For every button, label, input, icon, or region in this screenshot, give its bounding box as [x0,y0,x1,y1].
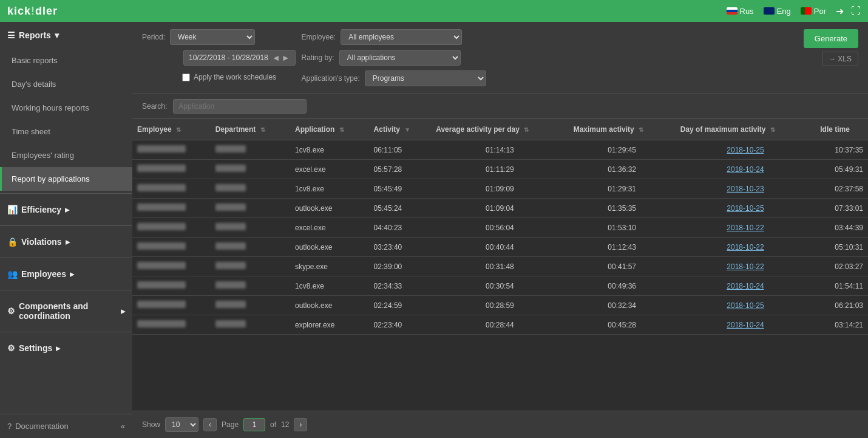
cell-day-max[interactable]: 2018-10-24 [676,315,816,335]
day-max-link[interactable]: 2018-10-22 [727,224,764,232]
cell-activity: 03:23:40 [369,238,432,257]
pagination-of: of [270,420,276,429]
xls-button[interactable]: → XLS [822,52,858,66]
cell-activity: 04:40:23 [369,218,432,238]
period-select[interactable]: Week [170,29,255,45]
prev-page-button[interactable]: ‹ [203,418,217,431]
cell-idle-time: 03:44:39 [815,218,868,238]
col-max-activity[interactable]: Maximum activity ⇅ [569,119,676,140]
sidebar-components-header[interactable]: ⚙ Components and coordination ▸ [0,293,132,329]
cell-application: excel.exe [290,218,369,238]
cell-day-max[interactable]: 2018-10-25 [676,296,816,315]
sidebar-item-working-hours[interactable]: Working hours reports [0,96,132,120]
cell-application: 1cv8.exe [290,179,369,199]
sort-avg-icon: ⇅ [524,126,529,133]
cell-application: outlook.exe [290,296,369,315]
pagination: Show 10 25 50 100 ‹ Page of 12 › [132,411,868,438]
sidebar-item-employees-rating[interactable]: Employees' rating [0,143,132,167]
sidebar-settings-header[interactable]: ⚙ Settings ▸ [0,335,132,361]
search-input[interactable] [173,99,307,114]
arrow-right-icon[interactable]: ➜ [836,5,844,17]
col-employee[interactable]: Employee ⇅ [132,119,211,140]
cell-day-max[interactable]: 2018-10-25 [676,140,816,160]
date-nav-arrows: ◄ ► [272,53,290,63]
day-max-link[interactable]: 2018-10-25 [727,146,764,154]
cell-employee [132,218,211,238]
cell-activity: 06:11:05 [369,140,432,160]
cell-max-activity: 00:41:57 [569,257,676,276]
cell-day-max[interactable]: 2018-10-25 [676,199,816,218]
sidebar-employees-header[interactable]: 👥 Employees ▸ [0,261,132,287]
day-max-link[interactable]: 2018-10-25 [727,204,764,213]
employee-select[interactable]: All employees [341,29,462,45]
violations-caret-icon: ▸ [66,237,70,247]
cell-application: 1cv8.exe [290,140,369,160]
rating-select[interactable]: All applications [339,50,461,66]
cell-day-max[interactable]: 2018-10-22 [676,257,816,276]
cell-avg-activity: 00:28:59 [431,296,568,315]
table-container: Employee ⇅ Department ⇅ Application ⇅ [132,119,868,411]
lang-pt[interactable]: Por [801,7,826,16]
settings-icon: ⚙ [7,343,15,353]
sidebar-documentation[interactable]: ? Documentation « [0,414,132,438]
main-content: Period: Week 10/22/2018 - 10/28/2018 ◄ ► [132,22,868,438]
day-max-link[interactable]: 2018-10-23 [727,185,764,193]
sort-activity-icon: ▼ [404,126,410,133]
day-max-link[interactable]: 2018-10-25 [727,301,764,310]
prev-date-icon[interactable]: ◄ [272,53,280,63]
next-page-button[interactable]: › [294,418,307,431]
sidebar-violations-header[interactable]: 🔒 Violations ▸ [0,228,132,255]
page-label: Page [222,420,239,429]
cell-application: outlook.exe [290,238,369,257]
sidebar-item-basic-reports[interactable]: Basic reports [0,49,132,72]
col-day-max[interactable]: Day of maximum activity ⇅ [676,119,816,140]
table-row: 1cv8.exe02:34:3300:30:5400:49:362018-10-… [132,276,868,296]
next-date-icon[interactable]: ► [282,53,290,63]
sidebar-item-time-sheet[interactable]: Time sheet [0,120,132,143]
apply-schedules-checkbox[interactable] [182,74,190,81]
sidebar-item-report-by-apps[interactable]: Report by applications [0,167,132,191]
sidebar-efficiency-header[interactable]: 📊 Efficiency ▸ [0,196,132,223]
day-max-link[interactable]: 2018-10-22 [727,262,764,271]
col-activity[interactable]: Activity ▼ [369,119,432,140]
cell-max-activity: 00:45:28 [569,315,676,335]
day-max-link[interactable]: 2018-10-24 [727,165,764,174]
search-bar: Search: [132,94,868,119]
col-idle-time[interactable]: Idle time [815,119,868,140]
cell-day-max[interactable]: 2018-10-22 [676,238,816,257]
day-max-link[interactable]: 2018-10-24 [727,282,764,290]
cell-idle-time: 05:49:31 [815,160,868,179]
settings-caret-icon: ▸ [56,343,60,353]
fullscreen-icon[interactable]: ⛶ [851,5,861,17]
col-avg-activity[interactable]: Average activity per day ⇅ [431,119,568,140]
cell-department [211,199,290,218]
day-max-link[interactable]: 2018-10-22 [727,243,764,252]
lang-ru[interactable]: Rus [727,7,754,16]
sidebar-item-days-details[interactable]: Day's details [0,72,132,96]
date-range-wrap: 10/22/2018 - 10/28/2018 ◄ ► [183,50,296,66]
date-range-row: 10/22/2018 - 10/28/2018 ◄ ► [142,50,296,66]
lang-pt-label: Por [814,7,826,16]
cell-idle-time: 03:14:21 [815,315,868,335]
cell-day-max[interactable]: 2018-10-22 [676,218,816,238]
generate-button[interactable]: Generate [804,29,858,48]
cell-employee [132,140,211,160]
cell-day-max[interactable]: 2018-10-23 [676,179,816,199]
cell-day-max[interactable]: 2018-10-24 [676,276,816,296]
period-label: Period: [142,33,165,41]
show-label: Show [142,420,160,429]
col-department[interactable]: Department ⇅ [211,119,290,140]
lang-en[interactable]: Eng [764,7,791,16]
cell-max-activity: 01:35:35 [569,199,676,218]
page-input[interactable] [243,418,265,431]
cell-day-max[interactable]: 2018-10-24 [676,160,816,179]
sidebar-reports-label: Reports [19,30,51,40]
day-max-link[interactable]: 2018-10-24 [727,321,764,329]
show-select[interactable]: 10 25 50 100 [165,417,198,432]
sort-max-icon: ⇅ [639,126,643,133]
filter-left: Period: Week 10/22/2018 - 10/28/2018 ◄ ► [142,29,296,81]
sort-department-icon: ⇅ [260,126,265,133]
col-application[interactable]: Application ⇅ [290,119,369,140]
app-type-select[interactable]: Programs [365,70,486,86]
sidebar-reports-header[interactable]: ☰ Reports ▾ [0,22,132,49]
